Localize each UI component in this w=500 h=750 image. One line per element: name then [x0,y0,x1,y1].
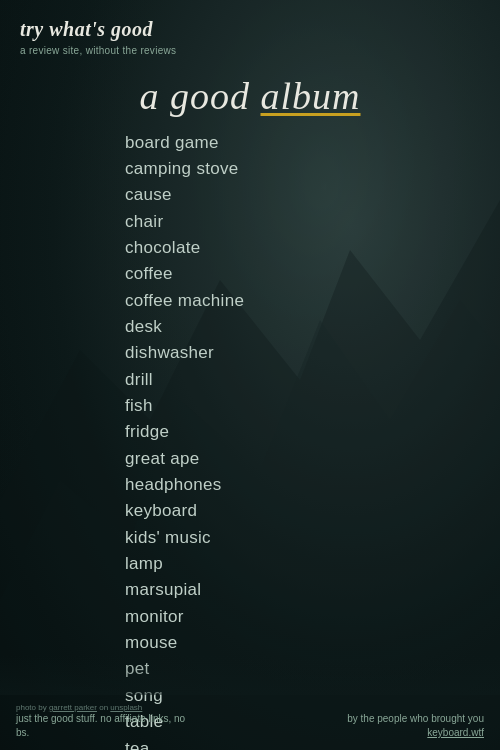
list-item[interactable]: marsupial [125,577,375,603]
list-item[interactable]: coffee [125,261,375,287]
tagline: a review site, without the reviews [20,45,480,56]
footer-right: by the people who brought youkeyboard.wt… [347,712,484,740]
list-item[interactable]: desk [125,314,375,340]
list-item[interactable]: kids' music [125,525,375,551]
list-item[interactable]: board game [125,130,375,156]
keyboard-link[interactable]: keyboard.wtf [427,727,484,738]
list-item[interactable]: cause [125,182,375,208]
heading-highlighted: album [261,75,361,117]
items-list: board gamecamping stovecausechairchocola… [0,126,500,750]
photo-credit: photo by garrett parker on unsplash [16,703,142,712]
list-item[interactable]: mouse [125,630,375,656]
list-item[interactable]: keyboard [125,498,375,524]
list-item[interactable]: lamp [125,551,375,577]
list-item[interactable]: pet [125,656,375,682]
photo-platform-link[interactable]: unsplash [110,703,142,712]
list-item[interactable]: monitor [125,604,375,630]
list-item[interactable]: coffee machine [125,288,375,314]
list-item[interactable]: drill [125,367,375,393]
list-item[interactable]: great ape [125,446,375,472]
list-item[interactable]: fridge [125,419,375,445]
main-heading: a good album [0,64,500,126]
list-item[interactable]: song [125,683,375,709]
list-item[interactable]: dishwasher [125,340,375,366]
footer-left: just the good stuff. no affiliate links,… [16,712,196,740]
site-title: try what's good [20,18,480,41]
photo-author-link[interactable]: garrett parker [49,703,97,712]
list-item[interactable]: chocolate [125,235,375,261]
list-item[interactable]: camping stove [125,156,375,182]
list-item[interactable]: fish [125,393,375,419]
heading-prefix: a good [140,75,261,117]
list-item[interactable]: headphones [125,472,375,498]
list-item[interactable]: chair [125,209,375,235]
